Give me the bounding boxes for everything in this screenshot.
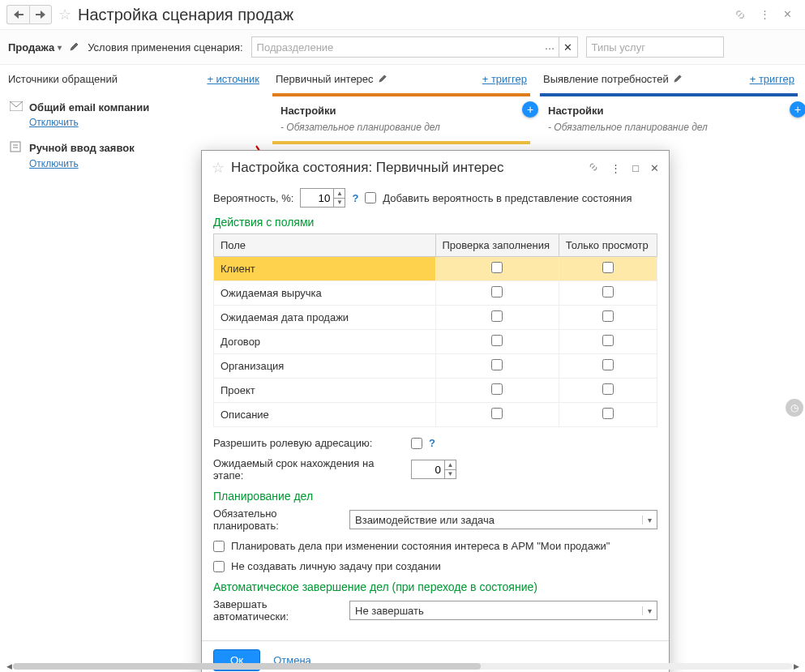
- edit-needs-column-button[interactable]: [674, 73, 683, 85]
- page-title: Настройка сценария продаж: [78, 6, 293, 24]
- no-personal-task-label: Не создавать личную задачу при создании: [231, 560, 441, 572]
- expected-duration-spinner[interactable]: ▲▼: [445, 460, 456, 479]
- probability-spinner[interactable]: ▲▼: [334, 188, 345, 208]
- link-icon[interactable]: [734, 8, 747, 24]
- primary-rule: Обязательное планирование дел: [280, 122, 522, 133]
- dialog-star-icon[interactable]: ☆: [212, 159, 225, 177]
- horizontal-scrollbar[interactable]: ◀ ▶: [5, 662, 800, 670]
- fields-table: Поле Проверка заполнения Только просмотр…: [213, 233, 657, 427]
- dialog-link-icon[interactable]: [588, 161, 599, 175]
- field-name-cell: Проект: [214, 379, 436, 403]
- side-action-button[interactable]: ◷: [786, 399, 803, 417]
- add-source-link[interactable]: + источник: [207, 73, 259, 85]
- needs-rule: Обязательное планирование дел: [548, 122, 790, 133]
- needs-settings-label: Настройки: [548, 105, 790, 117]
- fields-section-title: Действия с полями: [213, 216, 657, 229]
- service-types-input[interactable]: Типы услуг: [586, 36, 724, 58]
- mail-icon: [10, 101, 23, 113]
- source-name: Общий email компании: [29, 101, 149, 113]
- dialog-kebab-icon[interactable]: ⋮: [610, 162, 621, 174]
- auto-complete-select[interactable]: Не завершать▾: [349, 601, 657, 620]
- more-icon[interactable]: …: [545, 40, 555, 52]
- add-stage-needs-button[interactable]: +: [790, 101, 805, 118]
- field-name-cell: Клиент: [214, 257, 436, 281]
- readonly-checkbox[interactable]: [602, 408, 614, 419]
- field-name-cell: Ожидаемая выручка: [214, 281, 436, 306]
- th-readonly: Только просмотр: [559, 234, 657, 257]
- field-name-cell: Организация: [214, 354, 436, 379]
- table-row[interactable]: Договор: [214, 330, 657, 354]
- planning-section-title: Планирование дел: [213, 490, 657, 503]
- role-help-icon[interactable]: ?: [429, 437, 435, 449]
- star-icon[interactable]: ☆: [58, 6, 71, 24]
- table-row[interactable]: Организация: [214, 354, 657, 379]
- readonly-checkbox[interactable]: [602, 359, 614, 370]
- close-icon[interactable]: ✕: [783, 8, 792, 24]
- conditions-label: Условия применения сценария:: [88, 41, 242, 54]
- check-fill-checkbox[interactable]: [491, 335, 503, 346]
- plan-on-change-label: Планировать дела при изменении состояния…: [231, 540, 610, 552]
- chevron-down-icon: ▾: [58, 43, 62, 52]
- edit-primary-column-button[interactable]: [379, 73, 388, 85]
- readonly-checkbox[interactable]: [602, 383, 614, 395]
- sources-column-title: Источники обращений: [8, 73, 118, 85]
- readonly-checkbox[interactable]: [602, 310, 614, 322]
- disable-source-link[interactable]: Отключить: [5, 117, 263, 128]
- probability-help-icon[interactable]: ?: [352, 192, 358, 204]
- needs-column-title: Выявление потребностей: [543, 73, 683, 85]
- plan-required-label: Обязательно планировать:: [213, 507, 343, 532]
- state-settings-dialog: ☆ Настройка состояния: Первичный интерес…: [201, 150, 670, 672]
- th-field: Поле: [214, 234, 436, 257]
- dialog-maximize-icon[interactable]: □: [632, 162, 639, 174]
- check-fill-checkbox[interactable]: [491, 262, 503, 273]
- scenario-type[interactable]: Продажа ▾: [8, 41, 62, 54]
- readonly-checkbox[interactable]: [602, 262, 614, 273]
- check-fill-checkbox[interactable]: [491, 359, 503, 370]
- table-row[interactable]: Ожидаемая дата продажи: [214, 306, 657, 330]
- no-personal-task-checkbox[interactable]: [213, 561, 225, 572]
- source-name: Ручной ввод заявок: [29, 142, 135, 154]
- add-probability-checkbox[interactable]: [365, 192, 376, 203]
- svg-rect-1: [11, 142, 20, 152]
- probability-input[interactable]: [300, 188, 334, 208]
- form-icon: [10, 141, 23, 155]
- auto-complete-label: Завершать автоматически:: [213, 598, 343, 623]
- forward-button[interactable]: [29, 5, 52, 24]
- chevron-down-icon: ▾: [642, 516, 652, 524]
- field-name-cell: Описание: [214, 403, 436, 427]
- kebab-icon[interactable]: ⋮: [760, 8, 770, 24]
- clear-subdivision-button[interactable]: ✕: [559, 36, 578, 58]
- table-row[interactable]: Проект: [214, 379, 657, 403]
- source-item: Общий email компании: [5, 93, 263, 113]
- dialog-close-icon[interactable]: ✕: [650, 162, 659, 174]
- role-addressing-label: Разрешить ролевую адресацию:: [213, 437, 405, 449]
- autocomplete-section-title: Автоматическое завершение дел (при перех…: [213, 580, 657, 593]
- plan-required-select[interactable]: Взаимодействие или задача▾: [349, 510, 657, 529]
- primary-settings-label: Настройки: [280, 105, 522, 117]
- table-row[interactable]: Ожидаемая выручка: [214, 281, 657, 306]
- add-trigger-needs-link[interactable]: + триггер: [750, 73, 794, 85]
- dialog-title: Настройка состояния: Первичный интерес: [231, 160, 504, 176]
- expected-duration-input[interactable]: [411, 460, 445, 479]
- th-check: Проверка заполнения: [435, 234, 559, 257]
- check-fill-checkbox[interactable]: [491, 310, 503, 322]
- check-fill-checkbox[interactable]: [491, 408, 503, 419]
- subdivision-input[interactable]: Подразделение …: [251, 36, 559, 58]
- plan-on-change-checkbox[interactable]: [213, 541, 225, 552]
- table-row[interactable]: Клиент: [214, 257, 657, 281]
- role-addressing-checkbox[interactable]: [411, 438, 422, 449]
- back-button[interactable]: [6, 5, 29, 24]
- field-name-cell: Договор: [214, 330, 436, 354]
- add-probability-label: Добавить вероятность в представление сос…: [383, 192, 632, 204]
- table-row[interactable]: Описание: [214, 403, 657, 427]
- field-name-cell: Ожидаемая дата продажи: [214, 306, 436, 330]
- check-fill-checkbox[interactable]: [491, 383, 503, 395]
- probability-label: Вероятность, %:: [213, 192, 293, 204]
- expected-duration-label: Ожидаемый срок нахождения на этапе:: [213, 457, 405, 482]
- primary-interest-column-title: Первичный интерес: [276, 73, 388, 85]
- edit-scenario-button[interactable]: [70, 41, 79, 54]
- readonly-checkbox[interactable]: [602, 286, 614, 297]
- readonly-checkbox[interactable]: [602, 335, 614, 346]
- add-trigger-primary-link[interactable]: + триггер: [482, 73, 527, 85]
- check-fill-checkbox[interactable]: [491, 286, 503, 297]
